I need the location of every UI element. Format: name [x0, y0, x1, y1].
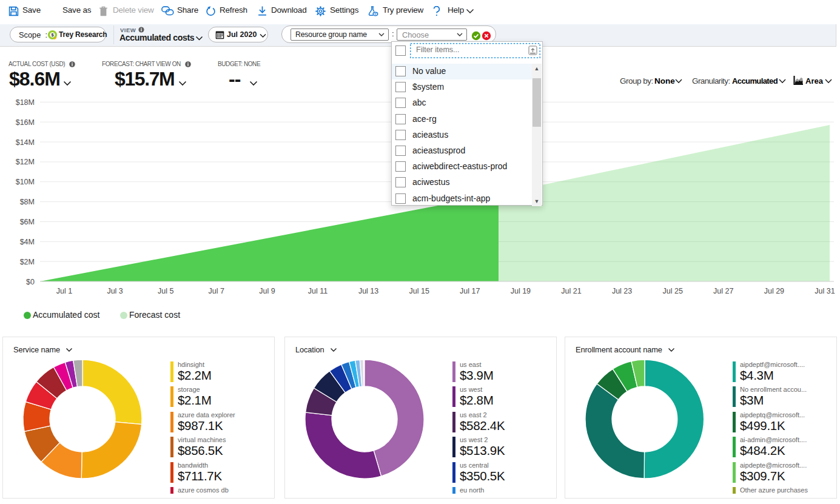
- svg-text:Jul 27: Jul 27: [713, 287, 733, 295]
- svg-text:$12M: $12M: [16, 158, 35, 166]
- svg-text:$16M: $16M: [16, 118, 35, 127]
- svg-text:$6M: $6M: [20, 218, 35, 226]
- svg-text:Jul 9: Jul 9: [259, 287, 275, 295]
- svg-text:Jul 21: Jul 21: [561, 287, 581, 295]
- svg-text:Jul 3: Jul 3: [107, 287, 123, 295]
- svg-text:$18M: $18M: [16, 98, 35, 107]
- svg-text:Jul 19: Jul 19: [511, 287, 531, 295]
- svg-text:$2M: $2M: [20, 258, 35, 266]
- svg-text:Jul 31: Jul 31: [815, 287, 835, 295]
- svg-text:$0: $0: [26, 278, 35, 286]
- svg-text:$10M: $10M: [16, 178, 35, 186]
- svg-text:Jul 11: Jul 11: [308, 287, 328, 295]
- svg-text:Jul 15: Jul 15: [409, 287, 429, 295]
- svg-text:Jul 29: Jul 29: [764, 287, 784, 295]
- svg-text:Jul 17: Jul 17: [460, 287, 480, 295]
- svg-text:$8M: $8M: [20, 198, 35, 206]
- svg-text:Jul 1: Jul 1: [56, 287, 72, 295]
- svg-text:Jul 23: Jul 23: [612, 287, 632, 295]
- svg-text:$14M: $14M: [16, 138, 35, 147]
- svg-text:Jul 5: Jul 5: [158, 287, 173, 295]
- svg-text:Jul 13: Jul 13: [358, 287, 378, 295]
- svg-text:Jul 25: Jul 25: [663, 287, 683, 295]
- svg-text:$4M: $4M: [20, 238, 35, 246]
- svg-text:Jul 7: Jul 7: [209, 287, 224, 295]
